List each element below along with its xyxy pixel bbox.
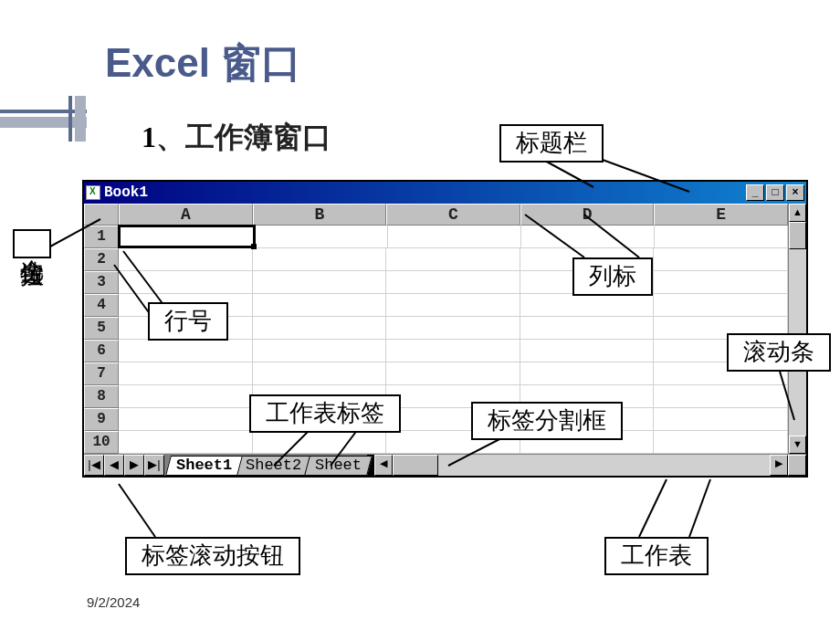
cell[interactable] bbox=[386, 248, 520, 270]
column-header[interactable]: A bbox=[119, 204, 253, 226]
row-header[interactable]: 9 bbox=[84, 408, 119, 431]
callout-scrollbar: 滚动条 bbox=[727, 333, 831, 372]
cell[interactable] bbox=[255, 226, 388, 247]
cell[interactable] bbox=[654, 431, 788, 453]
cell[interactable] bbox=[521, 226, 655, 247]
window-titlebar[interactable]: Book1 _ □ × bbox=[84, 182, 806, 204]
cell[interactable] bbox=[253, 340, 387, 362]
cell[interactable] bbox=[520, 362, 655, 384]
cell[interactable] bbox=[253, 248, 387, 270]
cell-a1-active[interactable] bbox=[118, 225, 256, 248]
cell[interactable] bbox=[386, 271, 520, 293]
cell[interactable] bbox=[253, 271, 387, 293]
callout-col-label: 列标 bbox=[572, 257, 653, 296]
cell[interactable] bbox=[119, 385, 253, 407]
cell[interactable] bbox=[520, 317, 655, 339]
cell[interactable] bbox=[119, 362, 253, 384]
row-header[interactable]: 7 bbox=[84, 362, 119, 385]
cell[interactable] bbox=[520, 294, 655, 316]
svg-line-12 bbox=[639, 479, 667, 537]
slide-date: 9/2/2024 bbox=[87, 594, 140, 610]
cell[interactable] bbox=[253, 431, 387, 453]
cell[interactable] bbox=[119, 340, 253, 362]
scroll-left-button[interactable]: ◀ bbox=[374, 455, 393, 476]
column-header[interactable]: B bbox=[253, 204, 387, 226]
cell[interactable] bbox=[654, 385, 788, 407]
tab-nav-prev[interactable]: ◀ bbox=[104, 455, 124, 476]
callout-row-num: 行号 bbox=[148, 302, 228, 341]
scroll-down-button[interactable]: ▼ bbox=[789, 436, 806, 454]
sheet-tab-1[interactable]: Sheet1 bbox=[165, 456, 243, 476]
slide-subtitle: 1、工作簿窗口 bbox=[142, 118, 840, 158]
scroll-up-button[interactable]: ▲ bbox=[789, 204, 806, 222]
svg-line-11 bbox=[119, 484, 155, 537]
cell[interactable] bbox=[388, 226, 521, 247]
cell[interactable] bbox=[655, 226, 788, 247]
cell[interactable] bbox=[386, 362, 520, 384]
cell[interactable] bbox=[119, 271, 253, 293]
column-header[interactable]: E bbox=[654, 204, 788, 226]
minimize-button[interactable]: _ bbox=[746, 184, 764, 201]
row-header[interactable]: 5 bbox=[84, 317, 119, 340]
hscroll-track[interactable] bbox=[393, 455, 770, 476]
subtitle-text: 、工作簿窗口 bbox=[156, 121, 331, 153]
horizontal-scrollbar[interactable]: ◀ ▶ bbox=[374, 455, 788, 476]
cell[interactable] bbox=[119, 431, 253, 453]
cell[interactable] bbox=[654, 408, 788, 430]
scroll-thumb[interactable] bbox=[789, 222, 806, 249]
cell[interactable] bbox=[253, 317, 387, 339]
row-header[interactable]: 3 bbox=[84, 271, 119, 294]
cell[interactable] bbox=[119, 408, 253, 430]
tab-nav-next[interactable]: ▶ bbox=[124, 455, 144, 476]
cell[interactable] bbox=[119, 248, 253, 270]
cell[interactable] bbox=[386, 294, 520, 316]
callout-tab-scroll: 标签滚动按钮 bbox=[125, 537, 300, 575]
window-title: Book1 bbox=[104, 184, 746, 201]
scroll-corner bbox=[788, 455, 806, 476]
vertical-scrollbar[interactable]: ▲ ▼ bbox=[788, 204, 806, 454]
scroll-right-button[interactable]: ▶ bbox=[770, 455, 788, 476]
hscroll-thumb[interactable] bbox=[393, 455, 438, 476]
tab-nav-last[interactable]: ▶| bbox=[144, 455, 164, 476]
callout-titlebar: 标题栏 bbox=[499, 124, 604, 163]
callout-sheet-tab: 工作表标签 bbox=[249, 394, 401, 433]
slide-title: Excel 窗口 bbox=[105, 37, 840, 90]
cell[interactable] bbox=[654, 271, 788, 293]
cell[interactable] bbox=[253, 294, 387, 316]
sheet-tabs: Sheet1 Sheet2 Sheet bbox=[164, 455, 367, 476]
select-all-button[interactable] bbox=[84, 204, 119, 226]
excel-app-icon bbox=[86, 185, 100, 200]
row-header[interactable]: 10 bbox=[84, 431, 119, 454]
cell[interactable] bbox=[654, 294, 788, 316]
tab-nav-first[interactable]: |◀ bbox=[84, 455, 104, 476]
cell[interactable] bbox=[654, 248, 788, 270]
column-header[interactable]: D bbox=[520, 204, 655, 226]
callout-tab-split: 标签分割框 bbox=[471, 402, 623, 440]
column-header-row: A B C D E bbox=[84, 204, 788, 226]
row-header[interactable]: 8 bbox=[84, 385, 119, 408]
tab-nav-buttons: |◀ ◀ ▶ ▶| bbox=[84, 455, 164, 476]
sheet-tab-3[interactable]: Sheet bbox=[304, 456, 373, 476]
row-header[interactable]: 1 bbox=[84, 226, 119, 248]
callout-worksheet: 工作表 bbox=[604, 537, 709, 575]
cell[interactable] bbox=[386, 340, 520, 362]
sheet-tab-2[interactable]: Sheet2 bbox=[235, 456, 312, 476]
close-button[interactable]: × bbox=[786, 184, 804, 201]
callout-select-all: 全选按钮 bbox=[13, 229, 51, 258]
svg-line-13 bbox=[689, 479, 710, 537]
row-header[interactable]: 4 bbox=[84, 294, 119, 317]
maximize-button[interactable]: □ bbox=[766, 184, 784, 201]
column-header[interactable]: C bbox=[386, 204, 520, 226]
subtitle-number: 1 bbox=[142, 121, 156, 153]
cell[interactable] bbox=[520, 340, 655, 362]
cell[interactable] bbox=[253, 362, 387, 384]
row-header[interactable]: 2 bbox=[84, 248, 119, 271]
cell[interactable] bbox=[386, 317, 520, 339]
row-header[interactable]: 6 bbox=[84, 340, 119, 362]
